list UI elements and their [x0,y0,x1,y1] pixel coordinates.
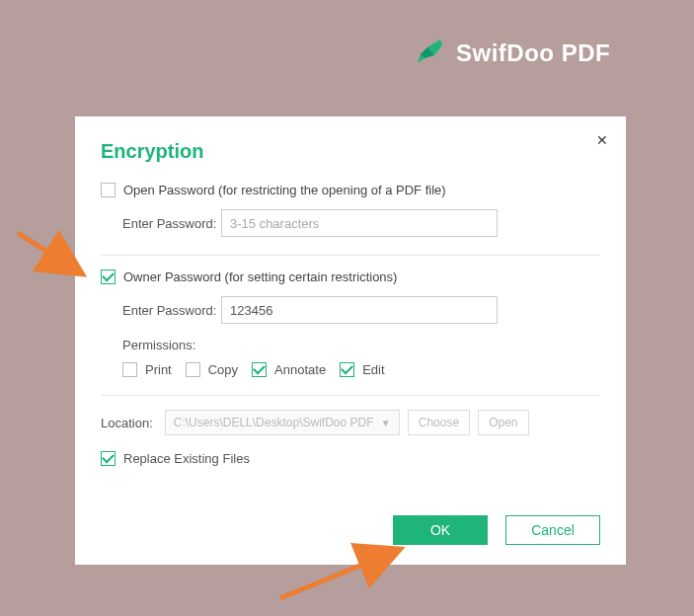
open-password-input[interactable] [221,209,498,237]
ok-button-label: OK [430,522,450,538]
brand-header: SwifDoo PDF [415,38,610,68]
divider-2 [101,395,600,396]
perm-edit: Edit [340,362,384,377]
open-password-row: Open Password (for restricting the openi… [101,183,600,197]
owner-password-row: Owner Password (for setting certain rest… [101,270,600,284]
replace-checkbox[interactable] [101,451,116,466]
perm-annotate: Annotate [252,362,326,377]
choose-button[interactable]: Choose [408,410,470,435]
dialog-title: Encryption [101,140,600,163]
location-path-text: C:\Users\DELL\Desktop\SwifDoo PDF [174,416,374,429]
swifdoo-bird-icon [415,38,444,68]
svg-line-0 [18,233,83,274]
location-row: Location: C:\Users\DELL\Desktop\SwifDoo … [101,410,600,435]
perm-copy: Copy [186,362,238,377]
open-password-label: Open Password (for restricting the openi… [123,183,446,197]
owner-password-field-row: Enter Password: [122,296,600,324]
owner-password-label: Owner Password (for setting certain rest… [123,270,397,284]
owner-password-input[interactable] [221,296,498,324]
location-path-dropdown[interactable]: C:\Users\DELL\Desktop\SwifDoo PDF ▼ [165,410,400,435]
permissions-label: Permissions: [122,338,600,352]
choose-button-label: Choose [419,416,459,429]
open-password-field-label: Enter Password: [122,216,221,231]
perm-copy-label: Copy [208,362,238,377]
cancel-button-label: Cancel [531,522,575,538]
close-icon[interactable]: ✕ [596,132,608,148]
permissions-row: Print Copy Annotate Edit [122,362,600,377]
chevron-down-icon: ▼ [381,418,391,428]
dialog-footer: OK Cancel [393,515,600,545]
owner-password-checkbox[interactable] [101,270,116,284]
open-button[interactable]: Open [478,410,528,435]
encryption-dialog: ✕ Encryption Open Password (for restrict… [75,116,626,565]
owner-password-field-label: Enter Password: [122,303,221,318]
divider-1 [101,255,600,256]
perm-edit-label: Edit [362,362,384,377]
location-label: Location: [101,416,153,430]
perm-print-checkbox[interactable] [122,362,137,377]
cancel-button[interactable]: Cancel [505,515,600,545]
open-password-checkbox[interactable] [101,183,116,197]
perm-annotate-label: Annotate [274,362,326,377]
perm-print: Print [122,362,172,377]
ok-button[interactable]: OK [393,515,488,545]
replace-label: Replace Existing Files [123,451,250,466]
replace-row: Replace Existing Files [101,451,600,466]
perm-edit-checkbox[interactable] [340,362,354,377]
open-button-label: Open [489,416,517,429]
perm-annotate-checkbox[interactable] [252,362,267,377]
perm-print-label: Print [145,362,172,377]
perm-copy-checkbox[interactable] [186,362,200,377]
brand-name: SwifDoo PDF [456,39,610,67]
open-password-field-row: Enter Password: [122,209,600,237]
